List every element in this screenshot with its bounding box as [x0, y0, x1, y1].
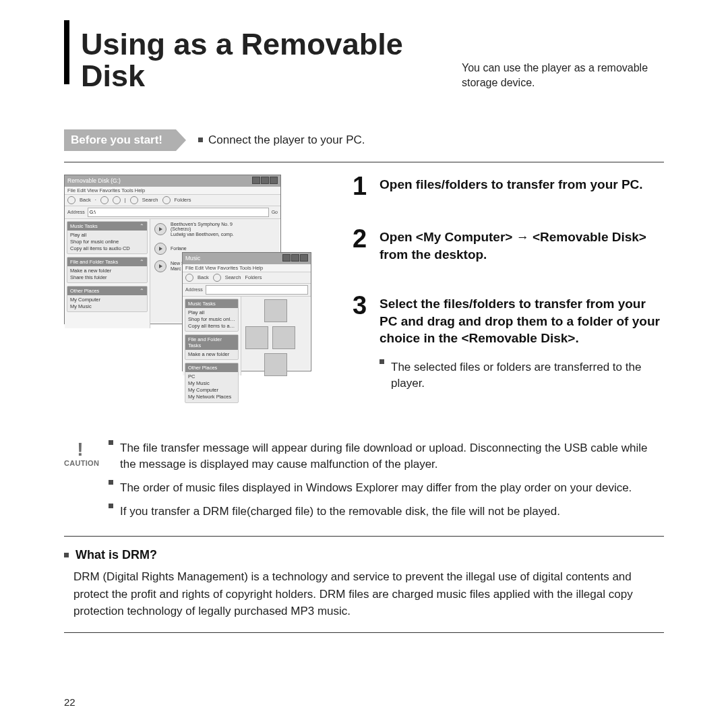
- panel-heading: Music Tasks: [188, 301, 216, 307]
- panel-item: Share this folder: [70, 274, 144, 281]
- explorer-window-front: Music File Edit View Favorites Tools Hel…: [182, 252, 311, 371]
- file-folder-tasks-panel: File and Folder Tasks⌃ Make a new folder…: [67, 257, 148, 283]
- file-icons: [241, 297, 311, 375]
- toolbar-back-label: Back: [198, 274, 209, 280]
- step-2: 2 Open <My Computer> → <Removable Disk> …: [353, 229, 664, 263]
- window-menubar: File Edit View Favorites Tools Help: [183, 264, 311, 272]
- step-number: 1: [353, 176, 370, 196]
- back-icon: [67, 196, 75, 204]
- page-subtitle: You can use the player as a removable st…: [462, 61, 664, 90]
- panel-item: PC: [188, 373, 235, 380]
- go-button-label: Go: [272, 210, 278, 214]
- caution-label: CAUTION: [64, 459, 96, 467]
- panel-heading: Music Tasks: [70, 223, 98, 229]
- search-icon: [213, 274, 221, 282]
- window-buttons: [282, 254, 308, 263]
- toolbar-folders-label: Folders: [245, 274, 262, 280]
- address-bar: Address Go: [65, 206, 280, 219]
- music-file: Beethoven's Symphony No. 9 (Scherzo) Lud…: [154, 222, 276, 237]
- up-icon: [113, 196, 121, 204]
- album-art-icon: [272, 326, 295, 349]
- address-input: [206, 285, 308, 295]
- drm-block: What is DRM? DRM (Digital Rights Managem…: [64, 546, 664, 620]
- panel-heading: Other Places: [188, 365, 217, 371]
- play-icon: [154, 243, 166, 255]
- window-menubar: File Edit View Favorites Tools Help: [65, 187, 280, 195]
- panel-item: Copy all items to audio CD: [70, 245, 144, 252]
- album-art-icon: [245, 326, 268, 349]
- manual-page: Using as a Removable Disk You can use th…: [0, 0, 728, 728]
- drm-body: DRM (Digital Rights Management) is a tec…: [73, 568, 664, 620]
- window-title: Removable Disk (G:): [67, 177, 121, 184]
- caution-item: If you transfer a DRM file(charged file)…: [109, 504, 664, 520]
- bullet-square-icon: [109, 504, 113, 508]
- sidebar: Music Tasks⌃ Play all Shop for music onl…: [65, 219, 150, 328]
- step-title: Select the files/folders to transfer fro…: [380, 295, 664, 347]
- before-you-start-text: Connect the player to your PC.: [198, 133, 365, 147]
- panel-heading: File and Folder Tasks: [188, 336, 235, 348]
- music-tasks-panel: Music Tasks Play all Shop for music onli…: [185, 299, 239, 332]
- caution-text: The file transfer message will appear du…: [120, 440, 664, 473]
- divider: [64, 162, 664, 162]
- caution-block: ! CAUTION The file transfer message will…: [64, 440, 664, 527]
- exclamation-icon: !: [64, 440, 96, 459]
- window-toolbar: Back Search Folders: [183, 272, 311, 284]
- caution-text: The order of music files displayed in Wi…: [120, 480, 632, 497]
- sidebar: Music Tasks Play all Shop for music onli…: [183, 297, 241, 375]
- track-title: Forlane: [171, 246, 187, 251]
- window-titlebar: Music: [183, 253, 311, 264]
- step-number: 3: [353, 295, 370, 315]
- bullet-square-icon: [380, 359, 384, 364]
- address-label: Address: [185, 287, 203, 292]
- music-file: [245, 353, 260, 376]
- album-art-icon: [264, 299, 287, 322]
- panel-item: My Music: [188, 380, 235, 387]
- divider: [64, 536, 664, 537]
- step-sub-list: The selected files or folders are transf…: [380, 359, 664, 392]
- track-subtitle: (Scherzo): [171, 226, 234, 232]
- track-title: Beethoven's Symphony No. 9: [171, 222, 234, 227]
- caution-item: The file transfer message will appear du…: [109, 440, 664, 473]
- play-icon: [245, 299, 260, 314]
- step-1: 1 Open files/folders to transfer from yo…: [353, 176, 664, 196]
- before-you-start-row: Before you start! Connect the player to …: [64, 129, 664, 151]
- toolbar-search-label: Search: [142, 197, 158, 203]
- window-buttons: [251, 177, 278, 185]
- divider: [64, 632, 664, 633]
- toolbar-folders-label: Folders: [175, 197, 191, 203]
- window-title: Music: [185, 255, 200, 262]
- page-header: Using as a Removable Disk You can use th…: [81, 28, 664, 92]
- caution-badge: ! CAUTION: [64, 440, 96, 527]
- drm-title: What is DRM?: [75, 546, 157, 564]
- search-icon: [130, 196, 138, 204]
- play-icon: [154, 223, 166, 235]
- before-you-start-badge: Before you start!: [64, 129, 176, 151]
- bullet-square-icon: [198, 138, 203, 142]
- step-3: 3 Select the files/folders to transfer f…: [353, 295, 664, 392]
- panel-item: My Music: [70, 303, 144, 310]
- window-toolbar: Back · | Search Folders: [65, 195, 280, 206]
- page-number: 22: [64, 696, 75, 708]
- step-sub-text: The selected files or folders are transf…: [391, 359, 664, 392]
- play-icon: [245, 353, 260, 368]
- toolbar-back-label: Back: [80, 197, 91, 203]
- music-file: [245, 299, 260, 322]
- panel-item: Copy all items to audio: [188, 323, 235, 330]
- before-you-start-value: Connect the player to your PC.: [208, 133, 365, 147]
- back-icon: [185, 274, 193, 282]
- panel-item: Make a new folder: [70, 268, 144, 274]
- panel-item: My Network Places: [188, 394, 235, 400]
- caution-list: The file transfer message will appear du…: [109, 440, 664, 527]
- toolbar-search-label: Search: [225, 274, 241, 280]
- window-titlebar: Removable Disk (G:): [65, 175, 280, 187]
- file-folder-tasks-panel: File and Folder Tasks Make a new folder: [185, 334, 239, 360]
- panel-item: My Computer: [188, 387, 235, 394]
- forward-icon: [100, 196, 109, 204]
- music-tasks-panel: Music Tasks⌃ Play all Shop for music onl…: [67, 221, 148, 254]
- panel-heading: Other Places: [70, 288, 99, 294]
- bullet-square-icon: [109, 480, 113, 485]
- caution-text: If you transfer a DRM file(charged file)…: [120, 504, 560, 520]
- page-title: Using as a Removable Disk: [81, 28, 452, 92]
- other-places-panel: Other Places⌃ My Computer My Music: [67, 286, 148, 312]
- other-places-panel: Other Places PC My Music My Computer My …: [185, 363, 239, 403]
